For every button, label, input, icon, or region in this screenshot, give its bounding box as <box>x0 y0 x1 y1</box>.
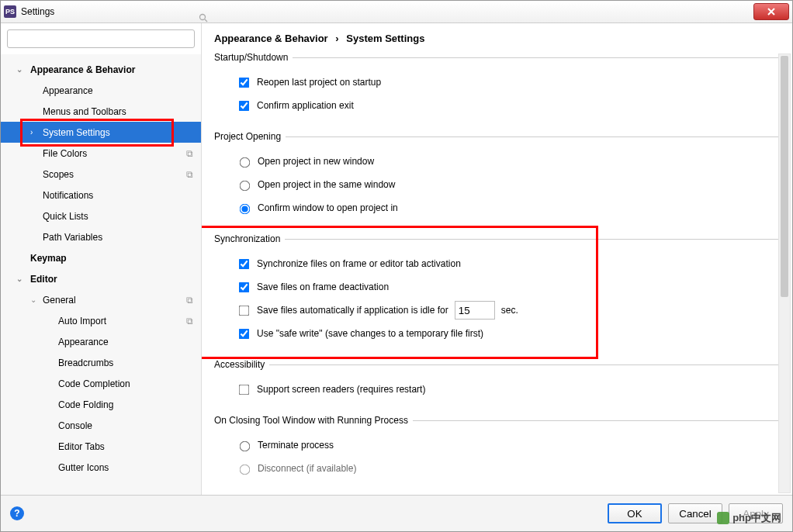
titlebar: PS Settings <box>1 1 792 23</box>
tree-item-file-colors[interactable]: File Colors⧉ <box>1 143 201 164</box>
svg-point-0 <box>200 15 206 20</box>
checkbox-sync-on-activation[interactable] <box>239 258 250 269</box>
label-open-new-window: Open project in new window <box>258 156 374 167</box>
window-title: Settings <box>21 6 54 17</box>
content-scroll[interactable]: Startup/Shutdown Reopen last project on … <box>202 52 792 495</box>
tree-item-general[interactable]: ⌄General⧉ <box>1 289 201 310</box>
radio-disconnect[interactable] <box>240 465 251 475</box>
section-opening: Project Opening Open project in new wind… <box>214 131 780 219</box>
label-terminate: Terminate process <box>258 440 334 451</box>
content-scrollbar[interactable] <box>778 54 791 493</box>
help-icon[interactable]: ? <box>10 506 24 520</box>
tree-item-label: Code Completion <box>58 378 130 389</box>
tree-item-path-variables[interactable]: Path Variables <box>1 226 201 247</box>
svg-line-1 <box>205 19 207 22</box>
section-startup: Startup/Shutdown Reopen last project on … <box>214 52 780 117</box>
radio-open-new-window[interactable] <box>240 157 251 168</box>
project-settings-icon: ⧉ <box>186 169 193 180</box>
tree-item-label: File Colors <box>43 148 87 159</box>
checkbox-confirm-exit[interactable] <box>239 100 250 111</box>
tree-item-console[interactable]: Console <box>1 415 201 436</box>
tree-item-code-completion[interactable]: Code Completion <box>1 373 201 394</box>
sidebar: ⌄Appearance & BehaviorAppearanceMenus an… <box>1 23 202 495</box>
tree-item-editor[interactable]: ⌄Editor <box>1 268 201 289</box>
ok-button[interactable]: OK <box>608 503 662 523</box>
section-startup-title: Startup/Shutdown <box>214 52 293 63</box>
apply-button[interactable]: Apply <box>729 503 783 523</box>
checkbox-save-on-deactivation[interactable] <box>239 282 250 292</box>
tree-item-label: Editor Tabs <box>58 441 105 452</box>
breadcrumb-a: Appearance & Behavior <box>214 33 328 44</box>
window-close-button[interactable] <box>753 3 789 20</box>
section-sync-title: Synchronization <box>214 233 285 244</box>
tree-item-appearance[interactable]: Appearance <box>1 331 201 352</box>
tree-item-label: Path Variables <box>43 232 102 243</box>
radio-confirm-open[interactable] <box>240 204 251 215</box>
chevron-down-icon: ⌄ <box>16 275 23 283</box>
label-confirm-exit: Confirm application exit <box>257 100 354 111</box>
tree-item-editor-tabs[interactable]: Editor Tabs <box>1 436 201 457</box>
tree-item-label: Keymap <box>30 253 67 264</box>
dialog-footer: ? OK Cancel Apply <box>1 495 792 531</box>
radio-open-same-window[interactable] <box>240 181 251 192</box>
tree-item-label: Menus and Toolbars <box>43 106 126 117</box>
tree-item-appearance-behavior[interactable]: ⌄Appearance & Behavior <box>1 59 201 80</box>
breadcrumb-b: System Settings <box>346 33 424 44</box>
tree-item-label: Appearance <box>43 85 93 96</box>
tree-item-breadcrumbs[interactable]: Breadcrumbs <box>1 352 201 373</box>
tree-item-label: Auto Import <box>58 316 106 326</box>
tree-item-keymap[interactable]: Keymap <box>1 247 201 268</box>
search-input[interactable] <box>7 29 195 48</box>
app-icon: PS <box>4 5 16 18</box>
tree-item-appearance[interactable]: Appearance <box>1 80 201 101</box>
input-idle-seconds[interactable] <box>455 301 495 320</box>
label-save-idle-a: Save files automatically if application … <box>257 305 448 316</box>
tree-item-label: System Settings <box>43 127 110 138</box>
tree-item-scopes[interactable]: Scopes⧉ <box>1 164 201 185</box>
section-closing: On Closing Tool Window with Running Proc… <box>214 415 780 480</box>
label-disconnect: Disconnect (if available) <box>258 463 356 474</box>
checkbox-reopen-last-project[interactable] <box>239 77 250 88</box>
breadcrumb-sep: › <box>335 33 338 44</box>
project-settings-icon: ⧉ <box>186 316 193 326</box>
label-open-same-window: Open project in the same window <box>258 179 395 190</box>
checkbox-screen-readers[interactable] <box>239 384 250 395</box>
chevron-right-icon: › <box>30 128 33 136</box>
chevron-down-icon: ⌄ <box>30 295 36 304</box>
tree-item-gutter-icons[interactable]: Gutter Icons <box>1 457 201 478</box>
tree-item-quick-lists[interactable]: Quick Lists <box>1 206 201 226</box>
scrollbar-thumb[interactable] <box>781 56 788 297</box>
radio-terminate[interactable] <box>240 441 251 452</box>
label-safe-write: Use "safe write" (save changes to a temp… <box>257 328 483 339</box>
label-save-on-deactivation: Save files on frame deactivation <box>257 282 389 292</box>
settings-tree[interactable]: ⌄Appearance & BehaviorAppearanceMenus an… <box>1 54 201 495</box>
search-icon <box>199 13 208 25</box>
breadcrumb: Appearance & Behavior › System Settings <box>202 23 792 52</box>
tree-item-system-settings[interactable]: ›System Settings <box>1 122 201 143</box>
chevron-down-icon: ⌄ <box>16 65 23 74</box>
label-screen-readers: Support screen readers (requires restart… <box>257 384 425 395</box>
label-confirm-open: Confirm window to open project in <box>258 202 398 213</box>
checkbox-save-idle[interactable] <box>239 305 250 316</box>
tree-item-menus-and-toolbars[interactable]: Menus and Toolbars <box>1 101 201 122</box>
window-body: ⌄Appearance & BehaviorAppearanceMenus an… <box>1 23 792 495</box>
tree-item-label: Appearance & Behavior <box>30 64 135 75</box>
label-sync-on-activation: Synchronize files on frame or editor tab… <box>257 258 461 269</box>
section-opening-title: Project Opening <box>214 131 286 142</box>
section-sync: Synchronization Synchronize files on fra… <box>214 233 780 345</box>
checkbox-safe-write[interactable] <box>239 328 250 339</box>
app-icon-text: PS <box>5 8 15 16</box>
label-reopen-last-project: Reopen last project on startup <box>257 77 381 88</box>
tree-item-label: General <box>43 295 76 306</box>
section-accessibility-title: Accessibility <box>214 359 269 370</box>
tree-item-label: Code Folding <box>58 399 113 410</box>
tree-item-label: Editor <box>30 274 57 285</box>
tree-item-code-folding[interactable]: Code Folding <box>1 394 201 415</box>
cancel-button[interactable]: Cancel <box>668 503 722 523</box>
tree-item-label: Breadcrumbs <box>58 358 113 368</box>
project-settings-icon: ⧉ <box>186 295 193 306</box>
tree-item-auto-import[interactable]: Auto Import⧉ <box>1 310 201 331</box>
tree-item-label: Notifications <box>43 190 93 201</box>
tree-item-label: Appearance <box>58 337 109 347</box>
tree-item-notifications[interactable]: Notifications <box>1 185 201 206</box>
